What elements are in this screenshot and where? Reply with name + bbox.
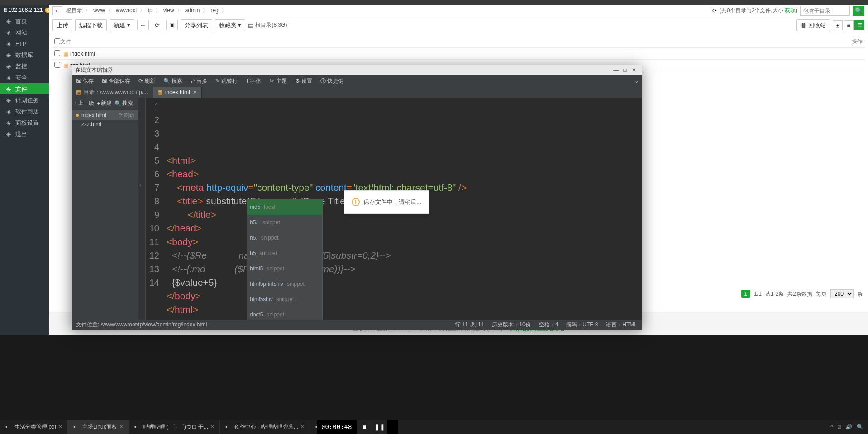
minimize-button[interactable]: — — [612, 66, 620, 74]
recycle-bin-button[interactable]: 🗑 回收站 — [796, 19, 830, 31]
font-button[interactable]: T 字体 — [244, 76, 263, 86]
editor-tab[interactable]: ▦index.html✕ — [153, 87, 202, 98]
sidebar-item-shield[interactable]: ◈安全 — [0, 72, 49, 83]
editor-titlebar[interactable]: 在线文本编辑器 — □ ✕ — [72, 65, 642, 75]
new-file-button[interactable]: + 新建 — [97, 99, 112, 107]
taskbar-item[interactable]: ▪哔哩哔哩 ( ゜- ゜)つロ 干...× — [129, 420, 220, 434]
sidebar-item-gear[interactable]: ◈面板设置 — [0, 117, 49, 128]
close-button[interactable]: ✕ — [630, 66, 638, 74]
tree-file[interactable]: index.html⟳ 刷新 — [72, 110, 138, 120]
sidebar-item-task[interactable]: ◈计划任务 — [0, 94, 49, 106]
search-editor-button[interactable]: 🔍 搜索 — [162, 76, 184, 86]
view-detail-button[interactable]: ☰ — [854, 20, 864, 30]
current-page[interactable]: 1 — [741, 290, 751, 298]
upload-button[interactable]: 上传 — [52, 19, 72, 31]
code-editor[interactable]: ‹ 1234567891011121314 md5localh5#snippet… — [138, 98, 642, 320]
breadcrumb-segment[interactable]: reg — [208, 7, 221, 14]
autocomplete-item[interactable]: html5snippet — [247, 261, 322, 276]
ac-type: snippet — [262, 216, 280, 229]
view-list-button[interactable]: ≡ — [844, 20, 854, 30]
settings-button[interactable]: ⚙ 设置 — [293, 76, 314, 86]
nav-back2-button[interactable]: ← — [137, 20, 149, 30]
refresh2-button[interactable]: ⟳ — [152, 20, 163, 30]
autocomplete-item[interactable]: doct5snippet — [247, 307, 322, 320]
new-menu-button[interactable]: 新建 ▾ — [110, 19, 134, 31]
file-checkbox[interactable] — [54, 50, 60, 56]
breadcrumb-segment[interactable]: www — [91, 7, 108, 14]
sidebar-item-db[interactable]: ◈数据库 — [0, 49, 49, 61]
search-button[interactable]: 🔍 — [853, 6, 864, 16]
autocomplete-item[interactable]: html5shivsnippet — [247, 292, 322, 307]
fold-caret-icon[interactable]: ‹ — [139, 182, 145, 187]
favorites-button[interactable]: 收藏夹 ▾ — [215, 19, 246, 31]
editor-statusbar: 文件位置: /www/wwwroot/tp/view/admin/reg/ind… — [72, 320, 642, 330]
status-encoding[interactable]: 编码：UTF-8 — [566, 321, 598, 329]
file-row[interactable]: ▦index.html — [52, 48, 865, 60]
replace-button[interactable]: ⇄ 替换 — [189, 76, 209, 86]
autocomplete-item[interactable]: h5.snippet — [247, 230, 322, 245]
tray-screen-icon[interactable]: ⎚ — [838, 424, 841, 430]
sidebar-ip[interactable]: 🖥 192.168.2.121 0 — [0, 5, 49, 15]
sidebar-item-ftp[interactable]: ◈FTP — [0, 38, 49, 49]
terminal-button[interactable]: ▣ — [166, 20, 178, 30]
autocomplete-item[interactable]: md5local — [247, 199, 322, 215]
get-size-link[interactable]: 获取 — [785, 7, 796, 14]
file-name[interactable]: ▦index.html — [63, 51, 95, 57]
taskbar-close-icon[interactable]: × — [120, 424, 123, 430]
taskbar-item[interactable]: ▪创作中心 - 哔哩哔哩弹幕...× — [220, 420, 310, 434]
refresh-file-icon[interactable]: ⟳ 刷新 — [119, 112, 134, 118]
status-spaces[interactable]: 空格：4 — [539, 321, 558, 329]
taskbar-close-icon[interactable]: × — [301, 424, 304, 430]
taskbar-item[interactable]: ▪宝塔Linux面板× — [68, 420, 129, 434]
breadcrumb-segment[interactable]: wwwroot — [113, 7, 140, 14]
goto-button[interactable]: ✎ 跳转行 — [214, 76, 239, 86]
refresh-button[interactable]: ⟳ — [712, 8, 717, 14]
pause-button[interactable]: ❚❚ — [372, 420, 387, 434]
tray-volume-icon[interactable]: 🔊 — [845, 424, 852, 430]
taskbar-item[interactable]: ▪生活分类管理.pdf× — [0, 420, 68, 434]
per-page-select[interactable]: 200 — [830, 289, 854, 298]
tree-search-button[interactable]: 🔍 搜索 — [114, 99, 133, 107]
status-history[interactable]: 历史版本：10份 — [492, 321, 530, 329]
breadcrumb-segment[interactable]: 根目录 — [63, 7, 85, 14]
saveall-button[interactable]: 🖫 全部保存 — [100, 76, 132, 86]
breadcrumb-segment[interactable]: view — [161, 7, 177, 14]
tray-search-icon[interactable]: 🔍 — [857, 424, 863, 430]
editor-tab[interactable]: ▦目录：/www/wwwroot/tp/... — [72, 87, 153, 98]
toolbar-caret-icon[interactable]: ⌄ — [634, 78, 639, 84]
search-input[interactable] — [800, 6, 850, 16]
refresh-editor-button[interactable]: ⟳ 刷新 — [137, 76, 157, 86]
maximize-button[interactable]: □ — [621, 66, 629, 74]
breadcrumb-segment[interactable]: admin — [182, 7, 203, 14]
hotkeys-button[interactable]: ⓘ 快捷键 — [319, 76, 345, 86]
theme-button[interactable]: ⛭ 主题 — [267, 76, 289, 86]
sidebar-item-globe[interactable]: ◈网站 — [0, 27, 49, 38]
stop-button[interactable]: ■ — [357, 420, 372, 434]
sidebar-item-store[interactable]: ◈软件商店 — [0, 106, 49, 117]
up-level-button[interactable]: ↑上一级 — [74, 99, 94, 107]
autocomplete-item[interactable]: html5printshivsnippet — [247, 276, 322, 292]
file-checkbox[interactable] — [54, 62, 60, 68]
tree-file[interactable]: zzz.html — [72, 120, 138, 129]
chevron-right-icon: 〉 — [108, 7, 113, 14]
sidebar-item-home[interactable]: ◈首页 — [0, 15, 49, 27]
autocomplete-item[interactable]: h5snippet — [247, 245, 322, 261]
autocomplete-popup[interactable]: md5localh5#snippeth5.snippeth5snippethtm… — [247, 199, 323, 320]
sidebar-item-exit[interactable]: ◈退出 — [0, 128, 49, 140]
taskbar-close-icon[interactable]: × — [211, 424, 214, 430]
remote-download-button[interactable]: 远程下载 — [75, 19, 107, 31]
sidebar-item-file[interactable]: ◈文件 — [0, 83, 49, 94]
tab-close-icon[interactable]: ✕ — [193, 90, 197, 95]
breadcrumb-segment[interactable]: tp — [145, 7, 155, 14]
status-lang[interactable]: 语言：HTML — [606, 321, 637, 329]
share-list-button[interactable]: 分享列表 — [181, 19, 212, 31]
select-all-checkbox[interactable] — [54, 38, 60, 44]
code-content[interactable]: md5localh5#snippeth5.snippeth5snippethtm… — [163, 98, 642, 320]
taskbar-close-icon[interactable]: × — [59, 424, 62, 430]
nav-back-button[interactable]: ← — [52, 6, 62, 15]
view-grid-button[interactable]: ⊞ — [833, 20, 843, 30]
sidebar-item-monitor[interactable]: ◈监控 — [0, 61, 49, 72]
tray-up-icon[interactable]: ^ — [830, 424, 833, 430]
save-button[interactable]: 🖫 保存 — [74, 76, 95, 86]
autocomplete-item[interactable]: h5#snippet — [247, 215, 322, 230]
